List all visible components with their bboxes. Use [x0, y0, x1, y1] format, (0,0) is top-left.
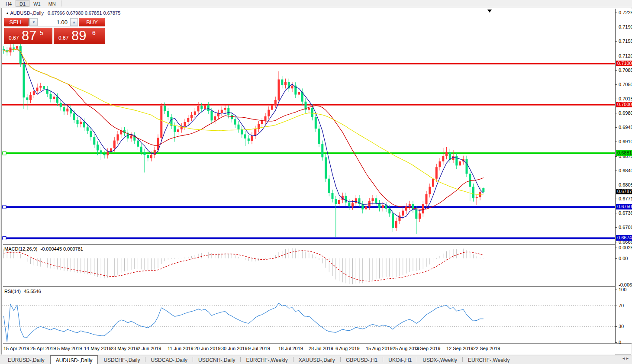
line-price-label[interactable]: 0.68819 [616, 150, 632, 156]
buy-price-pip: 6 [92, 29, 96, 36]
price-tick [616, 70, 617, 71]
rsi-tick [616, 306, 617, 306]
date-label: 2 Jun 2019 [138, 346, 161, 351]
tab-ukoil-h1[interactable]: UKOil-,H1 [383, 355, 417, 364]
line-price-label[interactable]: 0.71005 [616, 61, 632, 66]
line-price-label[interactable]: 0.67508 [616, 204, 632, 209]
sell-price-pip: 5 [40, 29, 43, 36]
timeframe-button-w1[interactable]: W1 [29, 0, 45, 7]
date-label: 12 Sep 2019 [446, 346, 473, 351]
rsi-tick-label: 30 [619, 324, 624, 329]
price-tick [616, 142, 617, 142]
rsi-tick [616, 326, 617, 327]
date-label: 9 Jul 2019 [248, 346, 270, 351]
price-tick [616, 127, 617, 128]
rsi-pane[interactable] [2, 287, 615, 343]
pane-separator[interactable] [3, 286, 632, 287]
buy-button[interactable]: BUY [79, 18, 105, 26]
timeframe-button-d1[interactable]: D1 [16, 0, 29, 7]
line-price-label[interactable]: 0.66746 [616, 235, 632, 241]
volume-group: ▼ 1.00 ▲ [29, 18, 78, 26]
toolbar-separator [61, 0, 61, 6]
price-tick [616, 13, 617, 13]
symbol-arrow-icon: ▲ [6, 11, 9, 15]
ohlc-values: 0.67966 0.67980 0.67851 0.67875 [48, 10, 120, 16]
date-axis[interactable]: 15 Apr 201925 Apr 20195 May 201914 May 2… [2, 344, 615, 354]
rsi-tick-label: 0 [619, 340, 621, 345]
tab-eurchf-weekly[interactable]: EURCHF-,Weekly [241, 355, 293, 364]
sell-price-prefix: 0.67 [9, 35, 19, 41]
date-label: 25 Aug 2019 [393, 346, 419, 351]
macd-values: -0.000445 0.000781 [40, 246, 83, 251]
tab-scroll-left-icon: ◂ [622, 356, 626, 361]
sell-button[interactable]: SELL [4, 18, 29, 26]
tab-eurchf-weekly[interactable]: EURCHF-,Weekly [463, 355, 515, 364]
rsi-value: 45.5546 [24, 289, 41, 294]
price-tick-label: 0.70150 [619, 96, 632, 101]
macd-tick-label: 0.00 [619, 256, 628, 261]
buy-price-prefix: 0.67 [58, 35, 68, 41]
chart-title: ▲ AUDUSD-,Daily 0.67966 0.67980 0.67851 … [6, 10, 120, 16]
price-tick [616, 227, 617, 228]
price-tick-label: 0.67010 [619, 225, 632, 230]
price-axis[interactable]: 0.002574 0.00 -0.006326 100 70 30 0 0.72… [616, 9, 632, 343]
date-label: 18 Jul 2019 [278, 346, 303, 351]
symbol-name: AUDUSD-,Daily [10, 10, 44, 16]
symbol-tab-bar: EURUSD-,DailyAUDUSD-,DailyUSDCHF-,DailyU… [0, 355, 632, 364]
timeframe-button-h4[interactable]: H4 [2, 0, 16, 7]
line-price-label[interactable]: 0.70002 [616, 102, 632, 107]
price-tick-label: 0.70500 [619, 82, 632, 87]
buy-price-big: 89 [71, 28, 86, 44]
price-tick [616, 56, 617, 56]
price-tick-label: 0.71200 [619, 53, 632, 58]
date-label: 25 Apr 2019 [30, 346, 56, 351]
current-price-label: 0.67875 [616, 189, 632, 194]
price-tick-label: 0.67710 [619, 196, 632, 201]
macd-pane[interactable] [2, 245, 615, 286]
price-tick [616, 199, 617, 199]
price-tick [616, 113, 617, 113]
one-click-trading-widget: SELL ▼ 1.00 ▲ BUY 0.67 87 5 0.67 89 6 [4, 18, 105, 53]
timeframe-button-mn[interactable]: MN [45, 0, 60, 7]
macd-plot[interactable] [2, 245, 615, 286]
tab-scroll-arrows[interactable]: ◂▸ [622, 356, 630, 361]
tab-usdcad-daily[interactable]: USDCAD-,Daily [145, 355, 193, 364]
price-tick [616, 99, 617, 99]
date-label: 23 May 2019 [111, 346, 139, 351]
tab-usdcnh-daily[interactable]: USDCNH-,Daily [193, 355, 240, 364]
sell-price-panel[interactable]: 0.67 87 5 [4, 28, 52, 44]
tab-audusd-daily[interactable]: AUDUSD-,Daily [50, 355, 98, 364]
date-label: 11 Jun 2019 [168, 346, 193, 351]
price-tick-label: 0.72250 [619, 10, 632, 15]
price-tick-label: 0.68400 [619, 168, 632, 173]
volume-increase-button[interactable]: ▲ [70, 18, 78, 26]
rsi-plot[interactable] [2, 287, 615, 343]
tab-eurusd-daily[interactable]: EURUSD-,Daily [3, 355, 50, 364]
macd-label: MACD(12,26,9) [4, 246, 37, 251]
buy-price-panel[interactable]: 0.67 89 6 [54, 28, 105, 44]
tab-xauusd-daily[interactable]: XAUUSD-,Daily [293, 355, 340, 364]
date-label: 28 Jul 2019 [309, 346, 333, 351]
date-label: 20 Jun 2019 [194, 346, 221, 351]
rsi-tick [616, 290, 617, 290]
date-label: 14 May 2019 [84, 346, 112, 351]
tab-gbpusd-h1[interactable]: GBPUSD-,H1 [341, 355, 383, 364]
date-label: 3 Sep 2019 [416, 346, 440, 351]
tab-usdchf-daily[interactable]: USDCHF-,Daily [98, 355, 145, 364]
date-label: 30 Jun 2019 [221, 346, 248, 351]
tab-usdx-weekly[interactable]: USDX-,Weekly [417, 355, 462, 364]
date-label: 15 Aug 2019 [366, 346, 393, 351]
date-label: 6 Aug 2019 [335, 346, 360, 351]
price-tick [616, 27, 617, 27]
macd-tick [616, 285, 617, 285]
price-tick-label: 0.71900 [619, 24, 632, 29]
price-tick [616, 84, 617, 85]
price-tick-label: 0.69800 [619, 110, 632, 116]
sell-price-big: 87 [22, 28, 36, 44]
price-tick-label: 0.69450 [619, 125, 632, 130]
volume-input[interactable]: 1.00 [38, 18, 70, 26]
rsi-tick [616, 342, 617, 343]
rsi-tick-label: 100 [619, 287, 626, 292]
volume-decrease-button[interactable]: ▼ [30, 18, 38, 26]
pane-separator[interactable] [3, 244, 632, 245]
